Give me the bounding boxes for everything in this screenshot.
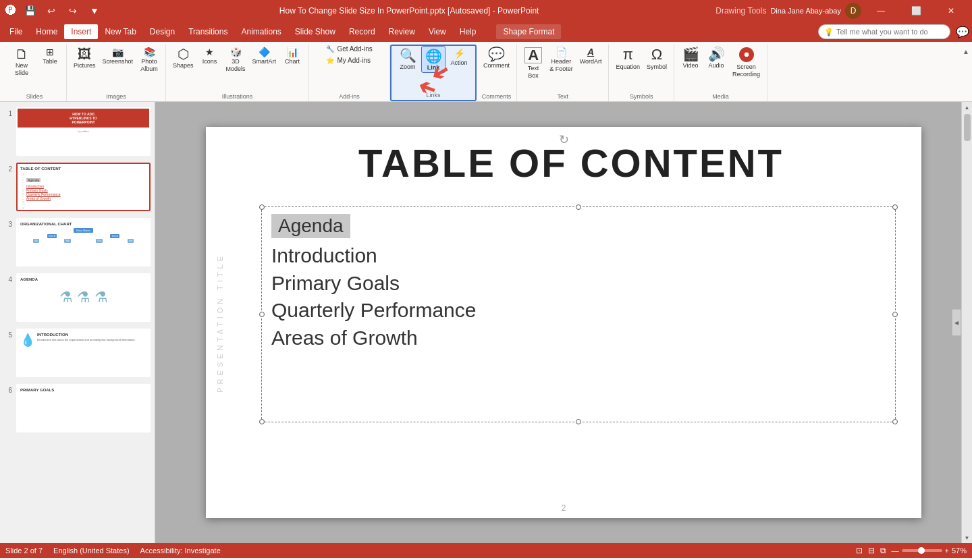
agenda-item[interactable]: Agenda <box>271 214 350 238</box>
tell-me-field[interactable] <box>836 28 944 36</box>
scroll-thumb[interactable] <box>964 114 971 141</box>
table-button[interactable]: ⊞ Table <box>38 45 62 66</box>
menu-slideshow[interactable]: Slide Show <box>288 24 342 39</box>
zoom-icon: 🔍 <box>400 49 416 62</box>
maximize-btn[interactable]: ⬜ <box>900 0 932 22</box>
action-icon: ⚡ <box>454 49 465 58</box>
collapse-icon: ▲ <box>963 48 969 55</box>
my-addins-button[interactable]: ⭐ My Add-ins <box>325 56 371 65</box>
areas-of-growth-item[interactable]: Areas of Growth <box>271 325 886 352</box>
link-button[interactable]: 🌐 Link <box>421 46 446 73</box>
header-footer-button[interactable]: 📄 Header& Footer <box>547 45 576 74</box>
normal-view-btn[interactable]: ⊡ <box>856 546 863 555</box>
shapes-button[interactable]: ⬡ Shapes <box>170 45 196 70</box>
photo-album-icon: 📚 <box>144 47 155 57</box>
symbol-button[interactable]: Ω Symbol <box>644 45 670 72</box>
screen-recording-button[interactable]: ⏺ ScreenRecording <box>730 45 763 80</box>
menu-file[interactable]: File <box>3 24 29 39</box>
slide-thumbnail-6[interactable]: 6 PRIMARY GOALS <box>3 383 152 434</box>
zoom-level[interactable]: 57% <box>952 547 967 555</box>
menu-home[interactable]: Home <box>29 24 64 39</box>
expand-panel-button[interactable]: ◀ <box>952 309 961 336</box>
link-label: Link <box>427 64 440 71</box>
chart-label: Chart <box>285 58 300 65</box>
rotate-handle[interactable]: ↻ <box>559 132 569 147</box>
menu-review[interactable]: Review <box>382 24 422 39</box>
slide-num-4: 4 <box>4 276 12 283</box>
screenshot-button[interactable]: 📷 Screenshot <box>100 45 136 66</box>
share-icon[interactable]: 💬 <box>956 26 969 38</box>
smartart-button[interactable]: 🔷 SmartArt <box>250 45 279 66</box>
qs-customize[interactable]: ▼ <box>86 3 103 19</box>
accessibility-info[interactable]: Accessibility: Investigate <box>140 547 221 555</box>
zoom-button[interactable]: 🔍 Zoom <box>396 46 420 72</box>
content-selection-box[interactable]: Agenda Introduction Primary Goals Quarte… <box>261 206 896 422</box>
menu-transitions[interactable]: Transitions <box>182 24 234 39</box>
vertical-presentation-title: PRESENTATION TITLE <box>216 253 224 393</box>
menu-view[interactable]: View <box>422 24 453 39</box>
close-btn[interactable]: ✕ <box>936 0 967 22</box>
media-group-inner: 🎬 Video 🔊 Audio ⏺ ScreenRecording <box>678 45 763 91</box>
my-addins-icon: ⭐ <box>326 57 334 64</box>
slide-thumbnail-1[interactable]: 1 HOW TO ADDHYPERLINKS TOPOWERPOINT by a… <box>3 106 152 157</box>
slide-thumbnail-2[interactable]: 2 TABLE OF CONTENT PRESENTATION TITLE Ag… <box>3 161 152 213</box>
get-addins-button[interactable]: 🔧 Get Add-ins <box>325 45 373 53</box>
slide-thumbnail-5[interactable]: 5 💧 INTRODUCTION Introduction text about… <box>3 327 152 379</box>
slide-sorter-btn[interactable]: ⊟ <box>868 546 875 555</box>
scroll-down-arrow[interactable]: ▼ <box>962 532 972 543</box>
slide-main-title[interactable]: TABLE OF CONTENT <box>248 140 894 186</box>
menu-animations[interactable]: Animations <box>234 24 288 39</box>
menu-record[interactable]: Record <box>342 24 382 39</box>
primary-goals-item[interactable]: Primary Goals <box>271 270 886 298</box>
scroll-up-arrow[interactable]: ▲ <box>962 102 972 113</box>
slide-image-1[interactable]: HOW TO ADDHYPERLINKS TOPOWERPOINT by aut… <box>16 107 151 156</box>
quarterly-performance-item[interactable]: Quarterly Performance <box>271 297 886 325</box>
new-slide-button[interactable]: 🗋 NewSlide <box>7 45 36 78</box>
reading-view-btn[interactable]: ⧉ <box>880 546 886 555</box>
action-button[interactable]: ⚡ Action <box>447 46 471 67</box>
menu-newtab[interactable]: New Tab <box>98 24 142 39</box>
wordart-button[interactable]: A WordArt <box>577 45 605 66</box>
photo-album-button[interactable]: 📚 PhotoAlbum <box>137 45 161 74</box>
menu-help[interactable]: Help <box>453 24 483 39</box>
pictures-button[interactable]: 🖼 Pictures <box>71 45 99 70</box>
ribbon-collapse-button[interactable]: ▲ <box>963 45 969 57</box>
slide-image-5[interactable]: 💧 INTRODUCTION Introduction text about t… <box>16 329 151 377</box>
zoom-increase-btn[interactable]: + <box>945 547 949 555</box>
ribbon-group-illustrations: ⬡ Shapes ★ Icons 🎲 3DModels 🔷 SmartArt 📊 <box>166 45 309 101</box>
zoom-decrease-btn[interactable]: — <box>892 547 899 555</box>
addins-group-inner: 🔧 Get Add-ins ⭐ My Add-ins <box>325 45 373 91</box>
qs-redo[interactable]: ↪ <box>65 3 81 19</box>
zoom-slider[interactable] <box>902 549 942 552</box>
menu-shape-format[interactable]: Shape Format <box>496 24 561 39</box>
introduction-item[interactable]: Introduction <box>271 242 886 270</box>
user-area: Drawing Tools Dina Jane Abay-abay D — ⬜ … <box>716 0 967 22</box>
slide-thumbnail-4[interactable]: 4 AGENDA ⚗ ⚗ ⚗ <box>3 272 152 323</box>
chart-button[interactable]: 📊 Chart <box>280 45 304 66</box>
video-button[interactable]: 🎬 Video <box>678 45 703 70</box>
comment-button[interactable]: 💬 Comment <box>481 45 512 70</box>
minimize-btn[interactable]: — <box>865 0 896 22</box>
illustrations-group-label: Illustrations <box>170 91 304 101</box>
audio-button[interactable]: 🔊 Audio <box>704 45 728 70</box>
equation-button[interactable]: π Equation <box>613 45 643 72</box>
slide-image-6[interactable]: PRIMARY GOALS <box>16 384 151 432</box>
slide-image-4[interactable]: AGENDA ⚗ ⚗ ⚗ <box>16 273 151 322</box>
text-group-inner: A TextBox 📄 Header& Footer A WordArt <box>521 45 604 91</box>
menu-design[interactable]: Design <box>143 24 182 39</box>
qs-save[interactable]: 💾 <box>22 3 38 19</box>
slide-image-3[interactable]: ORGANIZATIONAL CHART Boss Name Team A Te… <box>16 218 151 267</box>
tell-me-input[interactable]: 💡 <box>818 24 950 39</box>
slide-image-2[interactable]: TABLE OF CONTENT PRESENTATION TITLE Agen… <box>16 163 151 211</box>
3d-models-button[interactable]: 🎲 3DModels <box>223 45 248 74</box>
screen-recording-icon: ⏺ <box>739 47 754 62</box>
header-footer-label: Header& Footer <box>549 58 573 73</box>
menu-insert[interactable]: Insert <box>64 24 98 39</box>
textbox-button[interactable]: A TextBox <box>521 45 545 81</box>
icons-button[interactable]: ★ Icons <box>198 45 222 66</box>
symbols-group-label: Symbols <box>613 91 670 101</box>
ribbon-content: 🗋 NewSlide ⊞ Table Slides 🖼 Pictures 📷 <box>0 42 972 101</box>
qs-undo[interactable]: ↩ <box>43 3 59 19</box>
slide-thumbnail-3[interactable]: 3 ORGANIZATIONAL CHART Boss Name Team A … <box>3 217 152 268</box>
icons-label: Icons <box>202 58 217 65</box>
